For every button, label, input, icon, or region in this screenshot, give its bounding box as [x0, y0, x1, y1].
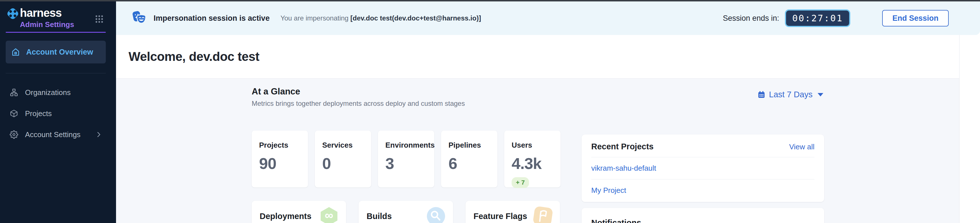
- dashboard-body: At a Glance Metrics brings together depl…: [116, 78, 959, 223]
- sidebar-item-label: Projects: [25, 109, 52, 118]
- calendar-icon: [757, 91, 765, 99]
- stat-card-users[interactable]: Users 4.3k + 7: [504, 131, 560, 188]
- theater-masks-icon: [131, 11, 148, 26]
- page-title: Welcome, dev.doc test: [129, 49, 259, 64]
- welcome-band: Welcome, dev.doc test: [116, 35, 959, 78]
- session-countdown-timer: 00:27:01: [785, 10, 850, 27]
- main-content: Welcome, dev.doc test At a Glance Metric…: [116, 35, 959, 223]
- home-icon: [11, 47, 21, 57]
- date-range-label: Last 7 Days: [769, 90, 813, 99]
- stat-card-environments[interactable]: Environments 3: [378, 131, 434, 188]
- stat-card-pipelines[interactable]: Pipelines 6: [441, 131, 497, 188]
- app-grid-icon[interactable]: [95, 15, 103, 23]
- sidebar-item-organizations[interactable]: Organizations: [0, 82, 116, 103]
- stat-card-services[interactable]: Services 0: [315, 131, 371, 188]
- module-card-feature-flags[interactable]: Feature Flags: [466, 201, 560, 223]
- at-a-glance-header: At a Glance Metrics brings together depl…: [252, 86, 465, 108]
- sidebar-item-account-overview[interactable]: Account Overview: [6, 41, 106, 64]
- stat-label: Services: [322, 141, 371, 150]
- stat-value: 0: [322, 154, 371, 173]
- sidebar-header: harness Admin Settings: [0, 2, 116, 29]
- stat-value: 3: [385, 154, 434, 173]
- stat-label: Projects: [259, 141, 308, 150]
- module-label: Builds: [367, 212, 392, 221]
- section-title: At a Glance: [252, 86, 465, 97]
- stat-label: Environments: [385, 141, 434, 150]
- session-ends-label: Session ends in:: [723, 14, 779, 23]
- users-delta-badge: + 7: [512, 177, 529, 188]
- date-range-filter[interactable]: Last 7 Days: [757, 90, 823, 99]
- admin-settings-label: Admin Settings: [20, 20, 74, 29]
- stat-value: 90: [259, 154, 308, 173]
- sidebar-accent-divider: [6, 32, 106, 33]
- project-row: My Project: [591, 180, 815, 201]
- recent-projects-panel: Recent Projects View all vikram-sahu-def…: [582, 135, 824, 202]
- stat-value: 6: [449, 154, 497, 173]
- sidebar-item-label: Organizations: [25, 88, 70, 97]
- feature-flags-flag-icon: [533, 206, 553, 223]
- banner-subtitle: You are impersonating [dev.doc test(dev.…: [280, 14, 481, 22]
- organizations-icon: [10, 88, 18, 97]
- recent-projects-title: Recent Projects: [591, 142, 654, 151]
- gear-icon: [10, 130, 18, 139]
- sidebar-nav: Organizations Projects A: [0, 82, 116, 145]
- stats-row: Projects 90 Services 0 Environments 3 Pi…: [252, 131, 560, 188]
- banner-title: Impersonation session is active: [154, 14, 270, 23]
- builds-magnifier-icon: [427, 207, 445, 223]
- logo-wordmark: harness: [20, 7, 74, 19]
- harness-admin-dashboard: harness Admin Settings Account Overview: [0, 0, 980, 223]
- module-card-builds[interactable]: Builds: [359, 201, 453, 223]
- module-label: Deployments: [259, 212, 312, 221]
- project-row: vikram-sahu-default: [591, 157, 815, 180]
- module-label: Feature Flags: [474, 212, 527, 221]
- sidebar-item-label: Account Settings: [25, 130, 81, 139]
- project-link[interactable]: vikram-sahu-default: [591, 164, 656, 172]
- deployments-infinity-icon: ∞: [320, 207, 338, 223]
- notifications-panel: Notifications: [582, 208, 824, 223]
- sidebar-item-projects[interactable]: Projects: [0, 103, 116, 124]
- stat-card-projects[interactable]: Projects 90: [252, 131, 308, 188]
- stat-label: Pipelines: [449, 141, 497, 150]
- sidebar-item-account-settings[interactable]: Account Settings: [0, 124, 116, 145]
- stat-label: Users: [512, 141, 560, 150]
- modules-row: Deployments ∞ Builds: [252, 201, 560, 223]
- chevron-down-icon: [818, 93, 823, 96]
- sidebar-divider: [6, 73, 106, 73]
- project-link[interactable]: My Project: [591, 186, 626, 194]
- sidebar-item-label: Account Overview: [26, 48, 93, 57]
- impersonation-banner: Impersonation session is active You are …: [116, 2, 980, 35]
- notifications-title: Notifications: [591, 218, 815, 223]
- harness-logo-icon: [6, 7, 19, 20]
- section-subtitle: Metrics brings together deployments acro…: [252, 100, 465, 108]
- sidebar: harness Admin Settings Account Overview: [0, 2, 116, 223]
- end-session-button[interactable]: End Session: [882, 10, 949, 27]
- module-card-deployments[interactable]: Deployments ∞: [252, 201, 346, 223]
- view-all-link[interactable]: View all: [789, 142, 815, 151]
- chevron-right-icon[interactable]: [95, 131, 102, 138]
- impersonating-prefix: You are impersonating: [280, 14, 350, 22]
- stat-value: 4.3k: [512, 154, 560, 173]
- impersonating-target: [dev.doc test(dev.doc+test@harness.io)]: [350, 14, 481, 22]
- projects-cube-icon: [10, 109, 18, 118]
